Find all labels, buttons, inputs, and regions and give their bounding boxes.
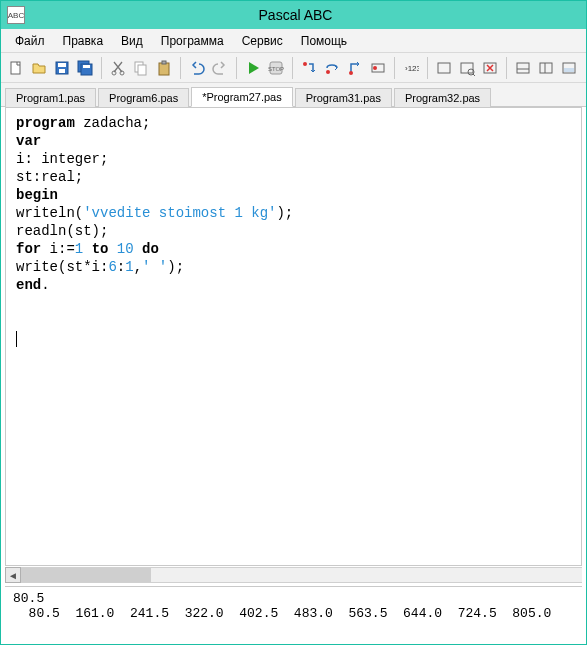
code-number: 1 bbox=[75, 241, 83, 257]
close-window-button[interactable] bbox=[479, 57, 501, 79]
toolbar-separator bbox=[292, 57, 293, 79]
code-text: zadacha; bbox=[75, 115, 151, 131]
file-tab[interactable]: Program31.pas bbox=[295, 88, 392, 107]
code-keyword: end bbox=[16, 277, 41, 293]
text-caret-icon bbox=[16, 331, 17, 347]
menu-program[interactable]: Программа bbox=[153, 31, 232, 51]
new-file-button[interactable] bbox=[5, 57, 27, 79]
scroll-thumb[interactable] bbox=[21, 568, 151, 582]
code-text: , bbox=[134, 259, 142, 275]
code-text: writeln( bbox=[16, 205, 83, 221]
menu-file[interactable]: Файл bbox=[7, 31, 53, 51]
menubar: Файл Правка Вид Программа Сервис Помощь bbox=[1, 29, 586, 53]
toolbar-separator bbox=[427, 57, 428, 79]
svg-point-16 bbox=[326, 70, 330, 74]
save-all-button[interactable] bbox=[74, 57, 96, 79]
toolbar-separator bbox=[506, 57, 507, 79]
cut-button[interactable] bbox=[107, 57, 129, 79]
step-into-button[interactable] bbox=[298, 57, 320, 79]
code-number: 10 bbox=[117, 241, 134, 257]
file-tab[interactable]: Program1.pas bbox=[5, 88, 96, 107]
menu-edit[interactable]: Правка bbox=[55, 31, 112, 51]
redo-button[interactable] bbox=[209, 57, 231, 79]
svg-rect-6 bbox=[83, 65, 90, 68]
menu-view[interactable]: Вид bbox=[113, 31, 151, 51]
code-text bbox=[108, 241, 116, 257]
copy-button[interactable] bbox=[130, 57, 152, 79]
svg-rect-31 bbox=[564, 68, 574, 72]
code-text: i: integer; bbox=[16, 151, 108, 167]
svg-rect-2 bbox=[58, 63, 66, 67]
code-keyword: to bbox=[92, 241, 109, 257]
paste-button[interactable] bbox=[153, 57, 175, 79]
code-text: st:real; bbox=[16, 169, 83, 185]
file-tab[interactable]: Program6.pas bbox=[98, 88, 189, 107]
code-editor[interactable]: program zadacha; var i: integer; st:real… bbox=[5, 107, 582, 566]
window-button-1[interactable] bbox=[433, 57, 455, 79]
svg-rect-10 bbox=[138, 65, 146, 75]
file-tab-active[interactable]: *Program27.pas bbox=[191, 87, 293, 107]
save-button[interactable] bbox=[51, 57, 73, 79]
svg-text:STOP: STOP bbox=[268, 66, 284, 72]
output-line: 80.5 bbox=[13, 591, 44, 606]
code-string: ' ' bbox=[142, 259, 167, 275]
toolbar: STOP ›123 bbox=[1, 53, 586, 83]
open-file-button[interactable] bbox=[28, 57, 50, 79]
svg-rect-3 bbox=[59, 69, 65, 73]
output-line: 80.5 161.0 241.5 322.0 402.5 483.0 563.5… bbox=[13, 606, 551, 621]
code-number: 6 bbox=[108, 259, 116, 275]
app-window: ABC Pascal ABC Файл Правка Вид Программа… bbox=[0, 0, 587, 645]
output-panel[interactable]: 80.5 80.5 161.0 241.5 322.0 402.5 483.0 … bbox=[5, 586, 582, 642]
toolbar-separator bbox=[394, 57, 395, 79]
toolbar-separator bbox=[101, 57, 102, 79]
code-text: ); bbox=[276, 205, 293, 221]
window-button-2[interactable] bbox=[456, 57, 478, 79]
svg-rect-28 bbox=[540, 63, 552, 73]
svg-point-19 bbox=[373, 66, 377, 70]
toolbar-separator bbox=[180, 57, 181, 79]
svg-rect-11 bbox=[159, 63, 169, 75]
svg-rect-21 bbox=[438, 63, 450, 73]
file-tab[interactable]: Program32.pas bbox=[394, 88, 491, 107]
panel-button-3[interactable] bbox=[558, 57, 580, 79]
menu-service[interactable]: Сервис bbox=[234, 31, 291, 51]
step-out-button[interactable] bbox=[344, 57, 366, 79]
code-text bbox=[134, 241, 142, 257]
svg-point-17 bbox=[349, 71, 353, 75]
code-text: . bbox=[41, 277, 49, 293]
code-text: ); bbox=[167, 259, 184, 275]
panel-button-1[interactable] bbox=[512, 57, 534, 79]
stop-button[interactable]: STOP bbox=[265, 57, 287, 79]
scroll-left-button[interactable]: ◄ bbox=[5, 567, 21, 583]
code-text: write(st*i: bbox=[16, 259, 108, 275]
svg-rect-22 bbox=[461, 63, 473, 73]
app-icon: ABC bbox=[7, 6, 25, 24]
tabstrip: Program1.pas Program6.pas *Program27.pas… bbox=[1, 83, 586, 107]
code-keyword: for bbox=[16, 241, 41, 257]
code-keyword: do bbox=[142, 241, 159, 257]
code-keyword: program bbox=[16, 115, 75, 131]
svg-rect-26 bbox=[517, 63, 529, 73]
step-over-button[interactable] bbox=[321, 57, 343, 79]
menu-help[interactable]: Помощь bbox=[293, 31, 355, 51]
toolbar-separator bbox=[236, 57, 237, 79]
window-title: Pascal ABC bbox=[25, 7, 586, 23]
svg-point-15 bbox=[303, 62, 307, 66]
code-string: 'vvedite stoimost 1 kg' bbox=[83, 205, 276, 221]
breakpoint-button[interactable] bbox=[367, 57, 389, 79]
svg-line-24 bbox=[473, 74, 475, 76]
code-text: readln(st); bbox=[16, 223, 108, 239]
code-text: i:= bbox=[41, 241, 75, 257]
panel-button-2[interactable] bbox=[535, 57, 557, 79]
code-number: 1 bbox=[125, 259, 133, 275]
code-keyword: var bbox=[16, 133, 41, 149]
code-keyword: begin bbox=[16, 187, 58, 203]
goto-line-button[interactable]: ›123 bbox=[400, 57, 422, 79]
svg-text:›123: ›123 bbox=[405, 64, 419, 73]
run-button[interactable] bbox=[242, 57, 264, 79]
undo-button[interactable] bbox=[186, 57, 208, 79]
horizontal-scrollbar[interactable]: ◄ bbox=[5, 566, 582, 584]
code-text: : bbox=[117, 259, 125, 275]
svg-rect-12 bbox=[162, 61, 166, 64]
scroll-track[interactable] bbox=[21, 567, 582, 583]
